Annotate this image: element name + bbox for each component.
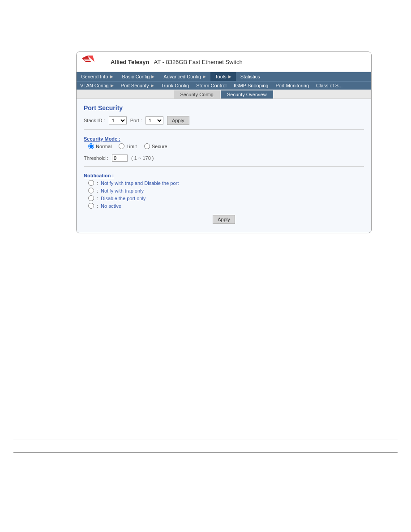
notif-item-1: : Notify with trap only — [88, 188, 364, 193]
nav-igmp-snooping[interactable]: IGMP Snooping — [230, 82, 272, 90]
nav-general-info[interactable]: General Info ▶ — [77, 72, 118, 81]
threshold-row: Threshold : ( 1 ~ 170 ) — [84, 154, 364, 167]
notif-radio-2[interactable] — [88, 195, 94, 201]
mode-limit-label[interactable]: Limit — [119, 143, 137, 149]
threshold-input[interactable] — [112, 154, 128, 162]
sub-nav-security-config[interactable]: Security Config — [174, 90, 220, 99]
threshold-label: Threshold : — [84, 155, 108, 161]
page-wrapper: manualshive.com Allied Telesyn AT - 8326… — [0, 0, 411, 532]
notif-label-1: Notify with trap only — [101, 188, 144, 193]
nav-arrow-port-security: ▶ — [151, 83, 154, 88]
mode-secure-radio[interactable] — [144, 143, 150, 149]
nav-arrow-basic: ▶ — [151, 74, 154, 79]
nav-port-monitoring[interactable]: Port Monitoring — [272, 82, 313, 90]
notif-label-0: Notify with trap and Disable the port — [101, 180, 179, 186]
nav-row1: General Info ▶ Basic Config ▶ Advanced C… — [77, 72, 371, 81]
notif-radio-0[interactable] — [88, 180, 94, 186]
apply-top-button[interactable]: Apply — [167, 116, 189, 125]
nav-arrow-vlan: ▶ — [111, 83, 114, 88]
nav-class-of-service[interactable]: Class of S... — [313, 82, 346, 90]
nav-tools[interactable]: Tools ▶ — [210, 72, 236, 81]
top-rule — [13, 45, 398, 45]
notif-item-2: : Disable the port only — [88, 195, 364, 201]
bottom-apply-row: Apply — [84, 215, 364, 224]
nav-trunk-config[interactable]: Trunk Config — [158, 82, 193, 90]
notif-label-3: No active — [101, 203, 121, 209]
nav-row2: VLAN Config ▶ Port Security ▶ Trunk Conf… — [77, 81, 371, 90]
security-mode-section: Security Mode : Normal Limit Secure — [84, 136, 364, 149]
page-title: Port Security — [84, 104, 364, 112]
nav-statistics[interactable]: Statistics — [236, 72, 265, 81]
threshold-hint: ( 1 ~ 170 ) — [131, 155, 154, 161]
mode-secure-label[interactable]: Secure — [144, 143, 167, 149]
notification-label: Notification : — [84, 173, 364, 178]
apply-bottom-button[interactable]: Apply — [213, 215, 235, 224]
notification-section: Notification : : Notify with trap and Di… — [84, 173, 364, 209]
device-panel: Allied Telesyn AT - 8326GB Fast Ethernet… — [76, 51, 372, 233]
bottom-rule2 — [13, 452, 398, 453]
notif-radio-1[interactable] — [88, 188, 94, 193]
notif-item-3: : No active — [88, 203, 364, 209]
security-mode-radio-group: Normal Limit Secure — [88, 143, 364, 149]
mode-normal-label[interactable]: Normal — [88, 143, 111, 149]
mode-limit-radio[interactable] — [119, 143, 124, 149]
device-title: AT - 8326GB Fast Ethernet Switch — [154, 59, 242, 65]
nav-advanced-config[interactable]: Advanced Config ▶ — [159, 72, 210, 81]
nav-port-security[interactable]: Port Security ▶ — [117, 82, 158, 90]
nav-vlan-config[interactable]: VLAN Config ▶ — [77, 82, 117, 90]
port-label: Port : — [130, 118, 142, 123]
notif-label-2: Disable the port only — [101, 196, 146, 201]
nav-arrow-advanced: ▶ — [203, 74, 206, 79]
nav-basic-config[interactable]: Basic Config ▶ — [118, 72, 159, 81]
content-area: Port Security Stack ID : 1 2 Port : 1 2 … — [77, 99, 371, 233]
security-mode-label: Security Mode : — [84, 136, 364, 142]
allied-telesyn-logo: Allied Telesyn — [82, 56, 149, 68]
nav-arrow-general: ▶ — [110, 74, 113, 79]
stack-id-label: Stack ID : — [84, 118, 105, 123]
nav-arrow-tools: ▶ — [228, 74, 231, 79]
logo-bar: Allied Telesyn AT - 8326GB Fast Ethernet… — [77, 52, 371, 72]
notif-radio-3[interactable] — [88, 203, 94, 209]
sub-nav-row: Security Config Security Overview — [77, 90, 371, 99]
bottom-rule1 — [13, 439, 398, 439]
sub-nav-security-overview[interactable]: Security Overview — [221, 90, 273, 99]
stack-port-row: Stack ID : 1 2 Port : 1 2 3 Apply — [84, 116, 364, 130]
logo-text: Allied Telesyn — [111, 59, 149, 65]
nav-storm-control[interactable]: Storm Control — [193, 82, 230, 90]
mode-normal-radio[interactable] — [88, 143, 94, 149]
notif-item-0: : Notify with trap and Disable the port — [88, 180, 364, 186]
stack-id-select[interactable]: 1 2 — [109, 116, 127, 124]
port-select[interactable]: 1 2 3 — [146, 116, 163, 124]
